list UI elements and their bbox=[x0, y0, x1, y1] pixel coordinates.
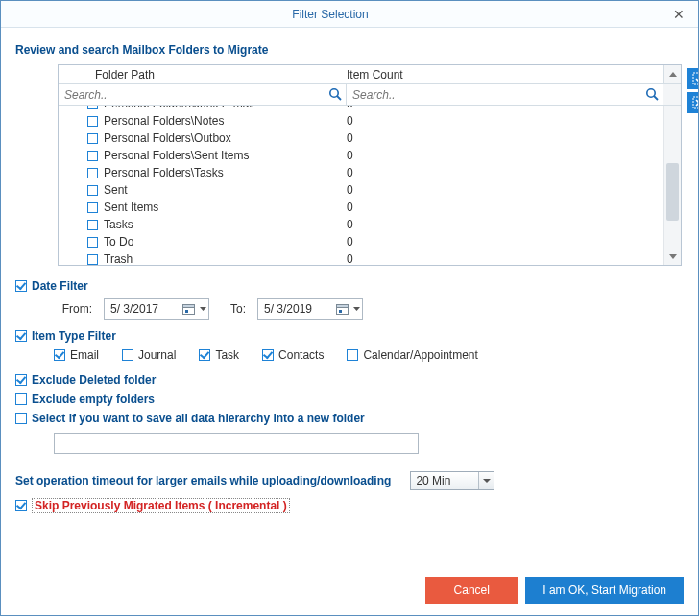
email-checkbox[interactable] bbox=[54, 349, 65, 361]
item-count: 0 bbox=[347, 106, 663, 110]
date-filter-label[interactable]: Date Filter bbox=[32, 279, 88, 293]
calendar-checkbox[interactable] bbox=[347, 349, 358, 361]
folder-path: Personal Folders\Sent Items bbox=[104, 149, 249, 162]
scroll-up-button[interactable] bbox=[663, 65, 681, 83]
item-count: 0 bbox=[347, 235, 663, 249]
table-row[interactable]: Sent0 bbox=[59, 181, 663, 199]
from-label: From: bbox=[54, 302, 92, 316]
svg-point-4 bbox=[647, 89, 655, 97]
folder-path: Personal Folders\Notes bbox=[104, 114, 224, 128]
exclude-empty-label[interactable]: Exclude empty folders bbox=[32, 392, 155, 406]
table-row[interactable]: Personal Folders\Tasks0 bbox=[59, 164, 663, 181]
row-checkbox[interactable] bbox=[87, 237, 98, 248]
item-type-filter-checkbox[interactable] bbox=[15, 330, 27, 342]
chevron-down-icon bbox=[478, 472, 494, 489]
save-hierarchy-checkbox[interactable] bbox=[15, 413, 27, 424]
row-checkbox[interactable] bbox=[87, 185, 98, 196]
select-all-icon bbox=[692, 72, 699, 85]
folder-path: Personal Folders\Outbox bbox=[104, 131, 231, 145]
new-folder-input[interactable] bbox=[54, 433, 419, 454]
svg-rect-8 bbox=[185, 310, 188, 313]
svg-rect-11 bbox=[339, 310, 342, 313]
row-checkbox[interactable] bbox=[87, 220, 98, 230]
chevron-down-icon bbox=[352, 307, 360, 312]
table-row[interactable]: Sent Items0 bbox=[59, 199, 663, 216]
email-label[interactable]: Email bbox=[70, 348, 99, 362]
folder-path: Personal Folders\Junk E-mail bbox=[104, 106, 254, 110]
grid-header-row: Folder Path Item Count bbox=[59, 65, 681, 84]
row-checkbox[interactable] bbox=[87, 202, 98, 213]
table-row[interactable]: To Do0 bbox=[59, 233, 663, 250]
table-row[interactable]: Personal Folders\Junk E-mail0 bbox=[59, 106, 663, 112]
journal-checkbox[interactable] bbox=[122, 349, 133, 361]
svg-rect-1 bbox=[693, 97, 699, 108]
column-header-path[interactable]: Folder Path bbox=[59, 65, 347, 83]
item-count: 0 bbox=[347, 218, 663, 231]
timeout-value: 20 Min bbox=[416, 474, 450, 487]
item-count: 0 bbox=[347, 131, 663, 145]
folder-path: Personal Folders\Tasks bbox=[104, 166, 224, 179]
table-row[interactable]: Personal Folders\Sent Items0 bbox=[59, 147, 663, 164]
arrow-up-icon bbox=[669, 72, 677, 77]
date-filter-checkbox[interactable] bbox=[15, 280, 27, 292]
row-checkbox[interactable] bbox=[87, 168, 98, 178]
table-row[interactable]: Personal Folders\Notes0 bbox=[59, 112, 663, 130]
deselect-all-button[interactable] bbox=[687, 92, 699, 113]
from-date-value: 5/ 3/2017 bbox=[110, 302, 178, 316]
folder-path: Sent bbox=[104, 183, 128, 197]
task-label[interactable]: Task bbox=[215, 348, 239, 362]
row-checkbox[interactable] bbox=[87, 254, 98, 265]
timeout-dropdown[interactable]: 20 Min bbox=[410, 471, 494, 490]
exclude-empty-checkbox[interactable] bbox=[15, 393, 27, 405]
item-count: 0 bbox=[347, 114, 663, 128]
skip-migrated-checkbox[interactable] bbox=[15, 500, 27, 511]
search-path-input[interactable] bbox=[59, 84, 346, 105]
svg-rect-10 bbox=[336, 305, 348, 308]
svg-rect-7 bbox=[182, 305, 194, 308]
save-hierarchy-label[interactable]: Select if you want to save all data hier… bbox=[32, 412, 365, 425]
row-checkbox[interactable] bbox=[87, 116, 98, 127]
item-type-filter-label[interactable]: Item Type Filter bbox=[32, 329, 116, 343]
table-row[interactable]: Personal Folders\Outbox0 bbox=[59, 130, 663, 147]
arrow-down-icon bbox=[669, 254, 677, 259]
chevron-down-icon bbox=[199, 307, 206, 312]
scrollbar-thumb[interactable] bbox=[666, 163, 679, 221]
exclude-deleted-checkbox[interactable] bbox=[15, 374, 27, 386]
calendar-label[interactable]: Calendar/Appointment bbox=[363, 348, 477, 362]
timeout-label: Set operation timeout for larger emails … bbox=[15, 474, 391, 487]
row-checkbox[interactable] bbox=[87, 106, 98, 109]
window-title: Filter Selection bbox=[1, 8, 660, 21]
search-icon bbox=[645, 87, 659, 104]
folder-path: To Do bbox=[104, 235, 133, 249]
scrollbar-track[interactable] bbox=[663, 106, 681, 248]
svg-line-5 bbox=[654, 96, 658, 100]
calendar-icon bbox=[181, 302, 195, 316]
folder-path: Tasks bbox=[104, 218, 133, 231]
contacts-checkbox[interactable] bbox=[262, 349, 274, 361]
scroll-down-button[interactable] bbox=[663, 248, 681, 265]
search-count-input[interactable] bbox=[347, 84, 663, 105]
from-date-picker[interactable]: 5/ 3/2017 bbox=[104, 298, 209, 320]
to-date-picker[interactable]: 5/ 3/2019 bbox=[257, 298, 363, 320]
column-header-count[interactable]: Item Count bbox=[347, 65, 663, 83]
calendar-icon bbox=[335, 302, 349, 316]
exclude-deleted-label[interactable]: Exclude Deleted folder bbox=[32, 373, 156, 387]
search-icon bbox=[328, 87, 342, 104]
item-count: 0 bbox=[347, 252, 663, 265]
skip-migrated-label[interactable]: Skip Previously Migrated Items ( Increme… bbox=[32, 498, 290, 513]
review-heading: Review and search Mailbox Folders to Mig… bbox=[15, 43, 684, 57]
row-checkbox[interactable] bbox=[87, 151, 98, 161]
close-button[interactable]: ✕ bbox=[660, 1, 698, 27]
journal-label[interactable]: Journal bbox=[138, 348, 176, 362]
titlebar: Filter Selection ✕ bbox=[1, 1, 698, 28]
item-count: 0 bbox=[347, 166, 663, 179]
close-icon: ✕ bbox=[673, 7, 685, 22]
row-checkbox[interactable] bbox=[87, 133, 98, 144]
contacts-label[interactable]: Contacts bbox=[278, 348, 324, 362]
table-row[interactable]: Trash0 bbox=[59, 250, 663, 265]
task-checkbox[interactable] bbox=[199, 349, 210, 361]
cancel-button[interactable]: Cancel bbox=[425, 577, 518, 604]
start-migration-button[interactable]: I am OK, Start Migration bbox=[525, 577, 684, 604]
select-all-button[interactable] bbox=[687, 68, 699, 89]
table-row[interactable]: Tasks0 bbox=[59, 216, 663, 233]
